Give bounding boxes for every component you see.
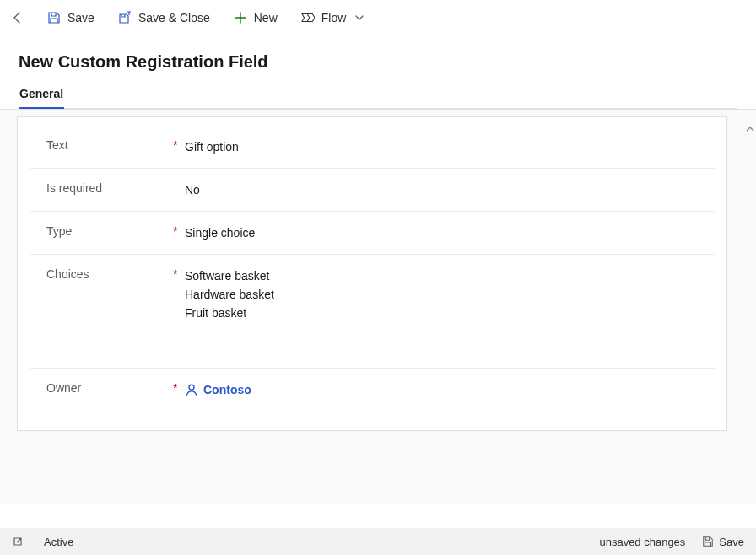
chevron-down-icon — [353, 11, 366, 24]
required-marker: * — [173, 137, 185, 152]
flow-label: Flow — [321, 11, 347, 24]
status-save-button[interactable]: Save — [702, 536, 744, 548]
status-bar: Active unsaved changes Save — [0, 528, 756, 555]
tab-strip: General — [19, 87, 737, 109]
required-marker: * — [173, 267, 185, 281]
tab-general[interactable]: General — [19, 87, 64, 110]
svg-point-0 — [189, 385, 194, 390]
form-area: Text * Gift option Is required No Type *… — [0, 109, 756, 504]
new-label: New — [254, 11, 278, 24]
choice-line: Fruit basket — [185, 304, 693, 322]
field-label: Owner — [46, 380, 173, 395]
page-title: New Custom Registration Field — [19, 52, 737, 72]
field-value-owner[interactable]: Contoso — [185, 380, 693, 401]
flow-icon — [301, 11, 315, 24]
choice-line: Software basket — [185, 267, 693, 285]
person-icon — [185, 383, 198, 396]
status-active[interactable]: Active — [44, 536, 73, 548]
status-save-label: Save — [719, 536, 744, 548]
field-row-owner: Owner * Contoso — [30, 369, 715, 413]
required-marker: * — [173, 380, 185, 395]
save-icon — [702, 536, 714, 547]
save-close-icon — [118, 11, 132, 24]
divider — [94, 534, 94, 549]
save-close-label: Save & Close — [138, 11, 210, 24]
required-marker — [173, 181, 185, 181]
field-label: Is required — [46, 181, 173, 195]
field-row-text: Text * Gift option — [30, 126, 715, 169]
save-button[interactable]: Save — [35, 0, 106, 35]
save-icon — [47, 11, 61, 24]
status-unsaved: unsaved changes — [599, 536, 685, 548]
field-value-text[interactable]: Gift option — [185, 137, 693, 156]
back-button[interactable] — [0, 0, 35, 35]
field-row-choices: Choices * Software basket Hardware baske… — [30, 255, 715, 369]
field-value-choices[interactable]: Software basket Hardware basket Fruit ba… — [185, 267, 693, 322]
save-label: Save — [68, 11, 94, 24]
field-row-type: Type * Single choice — [30, 212, 715, 255]
required-marker: * — [173, 224, 185, 238]
open-in-new-icon[interactable] — [12, 536, 24, 547]
owner-name: Contoso — [203, 380, 251, 399]
field-value-is-required[interactable]: No — [185, 181, 693, 199]
new-button[interactable]: New — [222, 0, 289, 35]
flow-button[interactable]: Flow — [289, 0, 379, 35]
scroll-up-icon[interactable] — [746, 125, 754, 133]
owner-lookup[interactable]: Contoso — [185, 380, 251, 399]
field-label: Type — [46, 224, 173, 238]
form-card: Text * Gift option Is required No Type *… — [17, 116, 727, 431]
page-header: New Custom Registration Field General — [0, 35, 756, 109]
field-row-is-required: Is required No — [30, 169, 715, 212]
arrow-left-icon — [11, 11, 24, 24]
command-bar: Save Save & Close New Flow — [0, 0, 756, 35]
field-label: Choices — [46, 267, 173, 281]
plus-icon — [234, 11, 247, 24]
field-label: Text — [46, 137, 173, 152]
field-value-type[interactable]: Single choice — [185, 224, 693, 242]
choice-line: Hardware basket — [185, 285, 693, 304]
save-and-close-button[interactable]: Save & Close — [106, 0, 222, 35]
